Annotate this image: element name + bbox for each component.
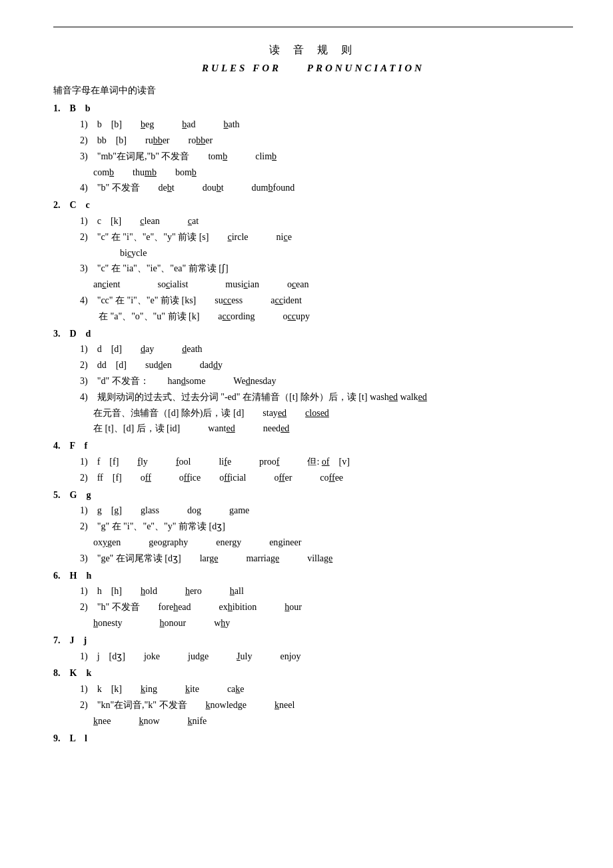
d-item-4a: 在元音、浊辅音（[d] 除外)后，读 [d] stayed closed [93,405,573,421]
g-item-2: 2) "g" 在 "i"、"e"、"y" 前常读 [dʒ] [80,519,573,535]
c-item-1: 1) c [k] clean cat [80,213,573,229]
section-d: 3. D d 1) d [d] day death 2) dd [d] sudd… [53,326,573,437]
j-item-1: 1) j [dʒ] joke judge July enjoy [80,649,573,665]
b-item-3: 3) "mb"在词尾,"b" 不发音 tomb climb [80,149,573,165]
section-j-header: 7. J j [53,635,87,645]
k-item-1: 1) k [k] king kite cake [80,681,573,697]
section-g: 5. G g 1) g [g] glass dog game 2) "g" 在 … [53,487,573,567]
section-j: 7. J j 1) j [dʒ] joke judge July enjoy [53,633,573,665]
f-item-1: 1) f [f] fly fool life proof 但: of [v] [80,454,573,470]
section-c: 2. C c 1) c [k] clean cat 2) "c" 在 "i"、"… [53,197,573,324]
section-c-header: 2. C c [53,200,90,210]
title-zh: 读 音 规 则 [53,41,573,59]
section-f: 4. F f 1) f [f] fly fool life proof 但: o… [53,438,573,485]
section-f-header: 4. F f [53,441,87,451]
b-item-2: 2) bb [b] rubber robber [80,133,573,149]
section-b-header: 1. B b [53,103,91,113]
c-item-2-extra: bicycle [120,245,573,261]
g-item-3: 3) "ge" 在词尾常读 [dʒ] large marriage villag… [80,551,573,567]
d-item-3: 3) "d" 不发音： handsome Wednesday [80,373,573,389]
section-h: 6. H h 1) h [h] hold hero hall 2) "h" 不发… [53,568,573,631]
c-item-2: 2) "c" 在 "i"、"e"、"y" 前读 [s] circle nice [80,229,573,245]
c-item-4: 4) "cc" 在 "i"、"e" 前读 [ks] success accide… [80,293,573,309]
d-item-1: 1) d [d] day death [80,341,573,357]
c-item-3: 3) "c" 在 "ia"、"ie"、"ea" 前常读 [ʃ] [80,261,573,277]
intro-header: 辅音字母在单词中的读音 [53,83,573,99]
d-item-4b: 在 [t]、[d] 后，读 [id] wanted needed [93,421,573,437]
b-item-1: 1) b [b] beg bad bath [80,117,573,133]
b-item-3-extra: comb thumb bomb [93,165,573,181]
section-g-header: 5. G g [53,490,91,500]
h-item-2: 2) "h" 不发音 forehead exhibition hour [80,599,573,615]
section-k-header: 8. K k [53,668,91,678]
k-item-2-extra: knee know knife [93,713,573,729]
f-item-2: 2) ff [f] off office official offer coff… [80,470,573,486]
k-item-2: 2) "kn"在词音,"k" 不发音 knowledge kneel [80,697,573,713]
section-k: 8. K k 1) k [k] king kite cake 2) "kn"在词… [53,665,573,729]
g-item-2-extra: oxygen geography energy engineer [93,535,573,551]
section-l-header: 9. L l [53,733,87,743]
section-l: 9. L l [53,731,573,747]
c-item-3-extra: ancient socialist musician ocean [93,277,573,293]
c-item-4b: 在 "a"、"o"、"u" 前读 [k] according occupy [80,309,573,325]
section-b: 1. B b 1) b [b] beg bad bath 2) bb [b] r… [53,101,573,196]
d-item-4: 4) 规则动词的过去式、过去分词 "-ed" 在清辅音（[t] 除外）后，读 [… [80,389,573,405]
top-divider [53,27,573,27]
g-item-1: 1) g [g] glass dog game [80,503,573,519]
section-d-header: 3. D d [53,329,91,339]
b-item-4: 4) "b" 不发音 debt doubt dumbfound [80,180,573,196]
d-item-2: 2) dd [d] sudden daddy [80,357,573,373]
h-item-2-extra: honesty honour why [93,615,573,631]
h-item-1: 1) h [h] hold hero hall [80,583,573,599]
title-en: RULES FOR PRONUNCIATION [53,60,573,77]
section-h-header: 6. H h [53,571,91,581]
